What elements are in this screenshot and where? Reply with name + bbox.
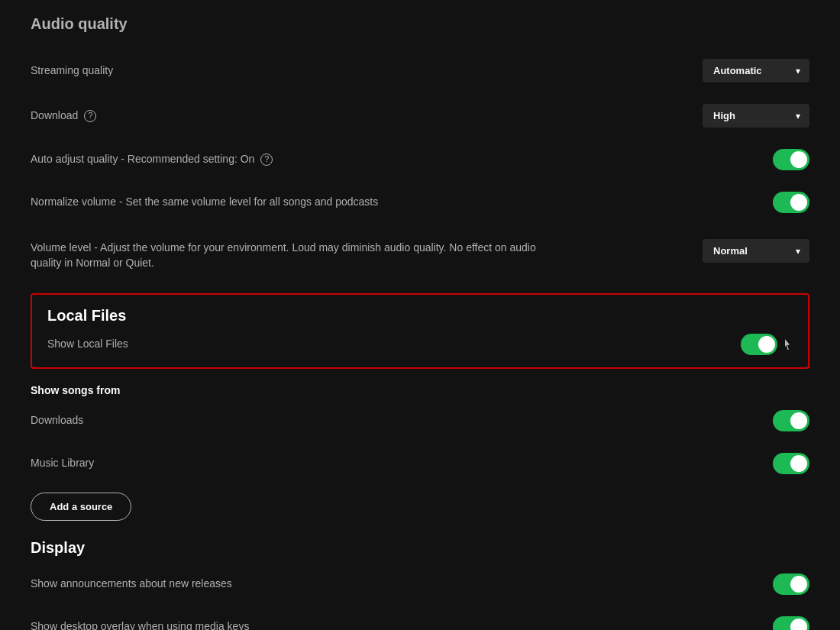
show-local-files-label: Show Local Files <box>47 337 128 352</box>
streaming-quality-select[interactable]: Automatic High Normal Low <box>703 59 809 82</box>
show-announcements-row: Show announcements about new releases <box>31 563 809 606</box>
local-files-section: Local Files Show Local Files <box>31 293 809 369</box>
download-label: Download ? <box>31 108 96 124</box>
downloads-slider <box>773 410 809 431</box>
normalize-volume-row: Normalize volume - Set the same volume l… <box>31 181 809 224</box>
show-overlay-row: Show desktop overlay when using media ke… <box>31 606 809 630</box>
show-songs-from-title: Show songs from <box>31 381 809 396</box>
music-library-toggle[interactable] <box>773 453 809 474</box>
show-overlay-toggle[interactable] <box>773 616 809 630</box>
show-overlay-label: Show desktop overlay when using media ke… <box>31 619 249 630</box>
cursor-icon <box>785 339 793 350</box>
show-announcements-toggle[interactable] <box>773 573 809 595</box>
show-announcements-slider <box>773 573 809 595</box>
auto-adjust-info-icon[interactable]: ? <box>260 153 273 166</box>
auto-adjust-row: Auto adjust quality - Recommended settin… <box>31 138 809 181</box>
show-overlay-slider <box>773 616 809 630</box>
music-library-label: Music Library <box>31 456 94 471</box>
normalize-volume-label: Normalize volume - Set the same volume l… <box>31 195 378 210</box>
audio-quality-title: Audio quality <box>31 15 809 33</box>
show-announcements-label: Show announcements about new releases <box>31 577 232 592</box>
streaming-quality-row: Streaming quality Automatic High Normal … <box>31 48 809 93</box>
auto-adjust-label-text: Auto adjust quality - Recommended settin… <box>31 152 254 167</box>
streaming-quality-label: Streaming quality <box>31 63 113 79</box>
download-label-text: Download <box>31 108 78 124</box>
streaming-quality-select-wrapper: Automatic High Normal Low ▾ <box>703 59 809 82</box>
volume-level-select-wrapper: Loud Normal Quiet ▾ <box>703 239 809 263</box>
display-section-title: Display <box>31 539 809 557</box>
auto-adjust-toggle[interactable] <box>773 149 809 170</box>
music-library-slider <box>773 453 809 474</box>
download-info-icon[interactable]: ? <box>84 110 96 122</box>
normalize-volume-slider <box>773 192 809 213</box>
auto-adjust-label: Auto adjust quality - Recommended settin… <box>31 152 273 167</box>
local-files-title: Local Files <box>47 307 793 325</box>
downloads-label: Downloads <box>31 413 83 428</box>
show-local-files-toggle[interactable] <box>741 334 777 355</box>
volume-level-row: Volume level - Adjust the volume for you… <box>31 224 809 281</box>
volume-level-label: Volume level - Adjust the volume for you… <box>31 236 565 270</box>
downloads-toggle[interactable] <box>773 410 809 431</box>
music-library-row: Music Library <box>31 442 809 485</box>
show-local-files-slider <box>741 334 777 355</box>
download-row: Download ? Automatic High Normal Low ▾ <box>31 93 809 138</box>
downloads-row: Downloads <box>31 399 809 442</box>
add-source-button[interactable]: Add a source <box>31 493 131 521</box>
download-select[interactable]: Automatic High Normal Low <box>703 104 809 128</box>
volume-level-select[interactable]: Loud Normal Quiet <box>703 239 809 263</box>
normalize-volume-toggle[interactable] <box>773 192 809 213</box>
download-select-wrapper: Automatic High Normal Low ▾ <box>703 104 809 128</box>
auto-adjust-slider <box>773 149 809 170</box>
show-local-files-row: Show Local Files <box>47 334 793 355</box>
